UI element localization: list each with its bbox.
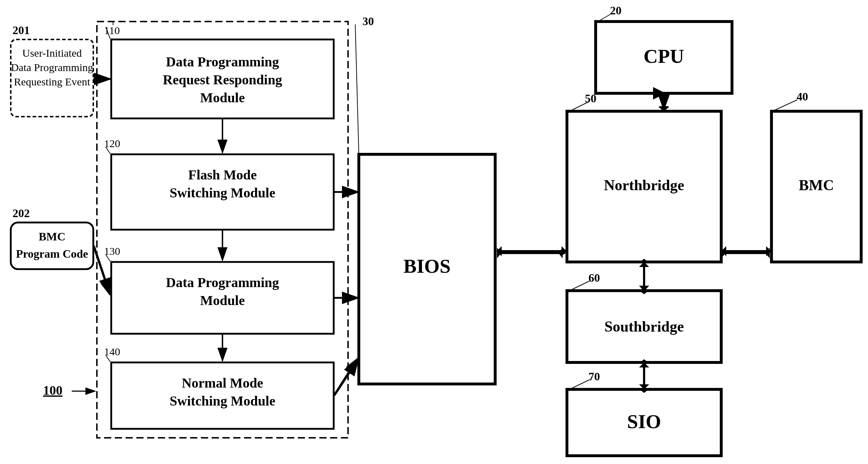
bmc-code-text-1: BMC: [39, 230, 66, 243]
user-event-text-1: User-Initiated: [22, 47, 82, 59]
module-130-text-line1: Data Programming: [166, 275, 279, 290]
ref-30-label: 30: [362, 15, 374, 28]
diagram-container: 100 110 Data Programming Request Respond…: [0, 0, 868, 464]
ref-20-label: 20: [610, 4, 621, 17]
ref-40-label: 40: [797, 90, 808, 103]
ref-201-label: 201: [13, 24, 30, 37]
module-140-text-line2: Switching Module: [170, 393, 276, 408]
ref-110-label: 110: [104, 24, 120, 36]
cpu-label: CPU: [643, 45, 684, 67]
user-event-text-2: Data Programming: [11, 61, 93, 73]
northbridge-label: Northbridge: [604, 177, 684, 193]
user-event-text-3: Requesting Event: [14, 76, 90, 88]
ref-100-label: 100: [43, 383, 62, 398]
southbridge-label: Southbridge: [604, 318, 684, 335]
module-110-text-line2: Request Responding: [163, 72, 282, 87]
sio-label: SIO: [627, 411, 661, 432]
module-130-text-line2: Module: [200, 293, 245, 308]
ref-202-label: 202: [13, 207, 30, 220]
bmc-code-box: [11, 222, 93, 269]
bmc-code-text-2: Program Code: [16, 247, 88, 260]
ref-60-label: 60: [588, 271, 600, 284]
module-120-text-line1: Flash Mode: [188, 167, 257, 182]
module-110-text-line3: Module: [200, 90, 245, 105]
bmc-label: BMC: [799, 177, 834, 193]
module-110-text-line1: Data Programming: [166, 54, 279, 69]
ref-70-label: 70: [588, 370, 600, 383]
bios-label: BIOS: [403, 255, 450, 277]
module-140-text-line1: Normal Mode: [182, 375, 263, 390]
module-120-text-line2: Switching Module: [170, 185, 276, 200]
